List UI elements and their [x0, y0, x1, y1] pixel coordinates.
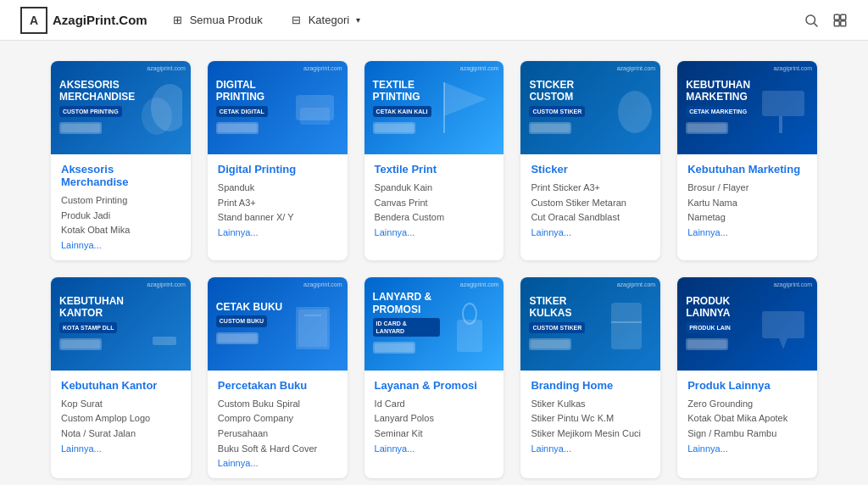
product-card-digital-printing[interactable]: azagiprint.com DIGITAL PRINTING CETAK DI… — [208, 61, 348, 260]
product-card-title[interactable]: Sticker — [531, 163, 650, 176]
product-card-title[interactable]: Produk Lainnya — [687, 379, 807, 392]
card-illustration — [744, 281, 814, 367]
product-card-body: Sticker Print Sticker A3+Custom Stiker M… — [520, 154, 660, 248]
product-item: Print A3+ — [218, 196, 337, 211]
product-card-title[interactable]: Layanan & Promosi — [375, 379, 494, 392]
product-card-title[interactable]: Branding Home — [531, 379, 650, 392]
card-banner-text: CETAK BUKU CUSTOM BUKU — [216, 301, 282, 346]
product-card-more-link[interactable]: Lainnya... — [61, 443, 181, 454]
nav-all-products[interactable]: ⊞ Semua Produk — [168, 14, 266, 27]
product-item: Custom Amplop Logo — [61, 411, 181, 426]
svg-rect-25 — [779, 116, 782, 133]
product-card-more-link[interactable]: Lainnya... — [687, 443, 807, 454]
card-illustration — [744, 64, 814, 151]
search-button[interactable] — [804, 13, 819, 28]
product-card-more-link[interactable]: Lainnya... — [687, 227, 807, 237]
card-banner-title: STIKER KULKAS — [529, 295, 597, 320]
card-banner-title: STICKER CUSTOM — [529, 79, 597, 103]
card-button-deco — [686, 122, 728, 134]
account-button[interactable] — [832, 13, 848, 28]
product-card-branding-home[interactable]: azagiprint.com STIKER KULKAS CUSTOM STIK… — [520, 277, 660, 478]
product-card-textile-print[interactable]: azagiprint.com TEXTILE PTINTING CETAK KA… — [364, 61, 504, 260]
product-card-more-link[interactable]: Lainnya... — [218, 227, 337, 237]
product-item: Id Card — [375, 397, 494, 412]
product-card-title[interactable]: Textile Print — [375, 163, 494, 176]
product-card-layanan-promosi[interactable]: azagiprint.com LANYARD & PROMOSI ID CARD… — [364, 277, 504, 478]
svg-rect-4 — [834, 20, 839, 25]
product-card-title[interactable]: Percetakan Buku — [218, 379, 337, 392]
product-card-more-link[interactable]: Lainnya... — [375, 227, 494, 237]
product-card-body: Digital Printing SpandukPrint A3+Stand b… — [208, 154, 348, 248]
svg-rect-36 — [375, 343, 414, 352]
card-badge: PRODUK LAIN — [686, 322, 734, 333]
svg-rect-23 — [687, 124, 726, 132]
svg-rect-45 — [762, 311, 804, 338]
svg-rect-41 — [611, 303, 642, 349]
product-card-banner: azagiprint.com PRODUK LAINNYA PRODUK LAI… — [677, 277, 817, 371]
product-item: Seminar Kit — [375, 426, 494, 442]
product-item: Stiker Kulkas — [531, 397, 650, 412]
product-item: Stiker Pintu Wc K.M — [531, 411, 650, 426]
card-badge: CETAK DIGITAL — [216, 106, 268, 117]
product-item: Stand banner X/ Y — [218, 210, 337, 226]
product-card-kebutuhan-kantor[interactable]: azagiprint.com KEBUTUHAN KANTOR KOTA STA… — [51, 277, 191, 478]
card-banner-text: KEBUTUHAN KANTOR KOTA STAMP DLL — [59, 295, 127, 353]
card-banner-text: TEXTILE PTINTING CETAK KAIN KALI — [373, 79, 441, 137]
product-item: Produk Jadi — [61, 209, 181, 224]
card-badge: CUSTOM PRINTING — [59, 106, 122, 117]
card-illustration — [431, 281, 500, 367]
product-card-percetakan-buku[interactable]: azagiprint.com CETAK BUKU CUSTOM BUKU Pe… — [208, 277, 348, 478]
card-banner-title: KEBUTUHAN MARKETING — [686, 79, 754, 103]
card-banner-text: STICKER CUSTOM CUSTOM STIKER — [529, 79, 597, 137]
product-card-banner: azagiprint.com TEXTILE PTINTING CETAK KA… — [364, 61, 504, 154]
product-card-sticker[interactable]: azagiprint.com STICKER CUSTOM CUSTOM STI… — [520, 61, 660, 260]
product-card-kebutuhan-marketing[interactable]: azagiprint.com KEBUTUHAN MARKETING CETAK… — [677, 61, 817, 260]
product-card-body: Aksesoris Merchandise Custom PrintingPro… — [51, 154, 191, 260]
card-banner-title: TEXTILE PTINTING — [373, 79, 441, 103]
card-illustration — [587, 64, 657, 151]
product-card-title[interactable]: Aksesoris Merchandise — [61, 163, 181, 188]
product-item: Kartu Nama — [687, 196, 807, 211]
card-banner-title: PRODUK LAINNYA — [686, 295, 754, 320]
product-card-more-link[interactable]: Lainnya... — [218, 458, 337, 468]
svg-rect-2 — [834, 14, 839, 20]
product-card-more-link[interactable]: Lainnya... — [61, 240, 181, 250]
nav-category[interactable]: ⊟ Kategori ▾ — [287, 14, 364, 27]
product-card-banner: azagiprint.com KEBUTUHAN KANTOR KOTA STA… — [51, 277, 191, 371]
product-card-title[interactable]: Kebutuhan Kantor — [61, 379, 181, 392]
card-button-deco — [59, 338, 102, 350]
product-card-more-link[interactable]: Lainnya... — [531, 443, 650, 454]
svg-marker-46 — [779, 338, 787, 349]
svg-rect-13 — [300, 108, 330, 125]
logo[interactable]: A AzagiPrint.Com — [20, 7, 147, 34]
product-card-produk-lainnya[interactable]: azagiprint.com PRODUK LAINNYA PRODUK LAI… — [677, 277, 817, 478]
navbar: A AzagiPrint.Com ⊞ Semua Produk ⊟ Katego… — [0, 0, 868, 41]
product-item: Lanyard Polos — [375, 411, 494, 426]
product-item: Spanduk Kain — [375, 181, 494, 196]
product-card-more-link[interactable]: Lainnya... — [531, 227, 650, 237]
category-icon: ⊟ — [290, 14, 303, 27]
product-card-title[interactable]: Kebutuhan Marketing — [687, 163, 807, 176]
product-card-more-link[interactable]: Lainnya... — [375, 443, 494, 454]
product-card-title[interactable]: Digital Printing — [218, 163, 337, 176]
product-item: Kotak Obat Mika — [61, 223, 181, 238]
product-card-body: Produk Lainnya Zero GroundingKotak Obat … — [677, 371, 817, 464]
svg-rect-3 — [841, 14, 846, 20]
card-button-deco — [373, 122, 415, 134]
logo-icon: A — [20, 7, 47, 34]
product-item: Print Sticker A3+ — [531, 181, 650, 196]
product-item: Nametag — [687, 210, 807, 226]
product-item: Zero Grounding — [687, 397, 807, 412]
product-item: Kotak Obat Mika Apotek — [687, 411, 807, 426]
card-button-deco — [373, 342, 415, 354]
product-card-banner: azagiprint.com KEBUTUHAN MARKETING CETAK… — [677, 61, 817, 154]
svg-rect-40 — [531, 340, 570, 348]
card-badge: CETAK MARKETING — [686, 106, 750, 117]
product-card-aksesoris-merchandise[interactable]: azagiprint.com AKSESORIS MERCHANDISE CUS… — [51, 61, 191, 260]
card-badge: CUSTOM STIKER — [529, 322, 585, 333]
card-banner-text: PRODUK LAINNYA PRODUK LAIN — [686, 295, 754, 353]
product-card-body: Kebutuhan Marketing Brosur / FlayerKartu… — [677, 154, 817, 248]
card-banner-title: LANYARD & PROMOSI — [373, 291, 441, 315]
card-button-deco — [216, 122, 259, 134]
svg-marker-16 — [444, 82, 487, 116]
